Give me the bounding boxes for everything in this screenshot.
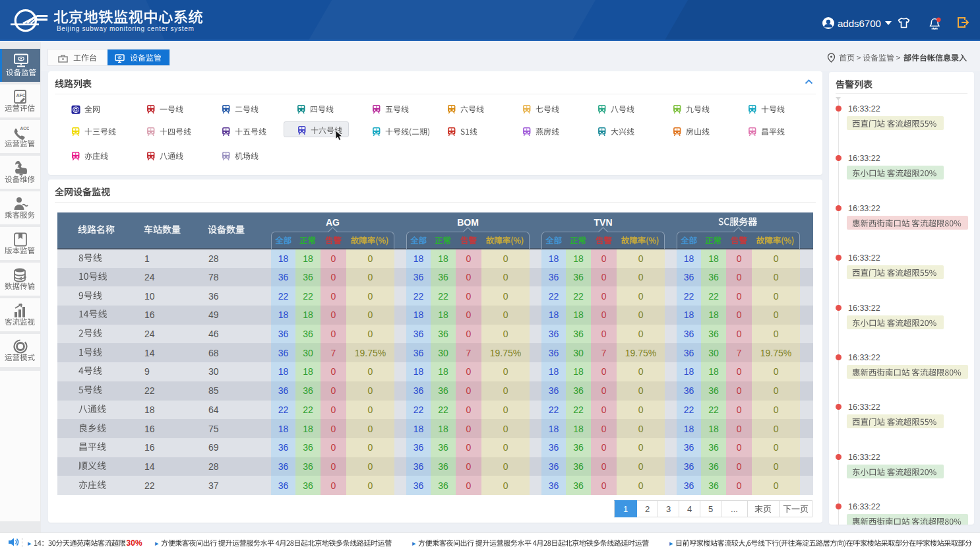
svg-text:AFC: AFC bbox=[16, 93, 25, 98]
svg-text:ACC: ACC bbox=[20, 126, 29, 131]
